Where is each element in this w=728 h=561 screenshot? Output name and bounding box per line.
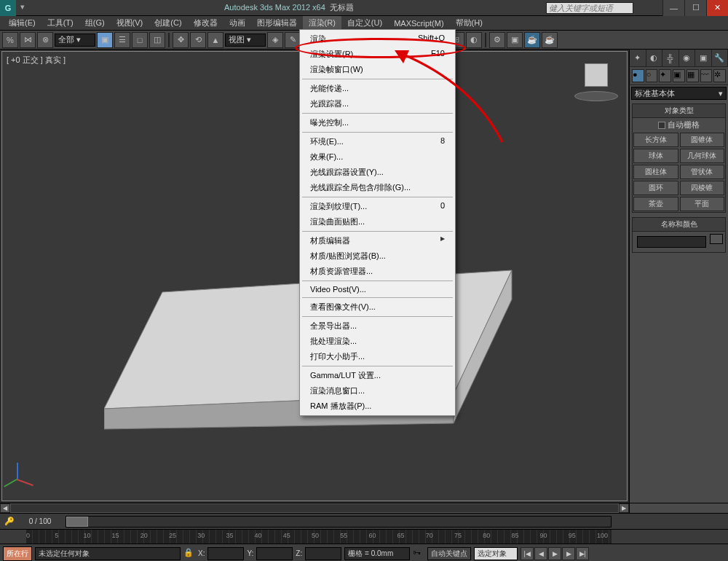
autokey-button[interactable]: 自动关键点	[427, 547, 471, 560]
rollout-header[interactable]: 名称和颜色	[633, 218, 725, 232]
close-button[interactable]: ✕	[706, 0, 728, 16]
menu-item[interactable]: RAM 播放器(P)...	[300, 399, 455, 414]
link-icon[interactable]: %	[2, 32, 18, 48]
menu-item[interactable]: 渲染消息窗口...	[300, 383, 455, 399]
render-setup-icon[interactable]: ⚙	[489, 32, 505, 48]
rollout-header[interactable]: 对象类型	[633, 104, 725, 118]
coord-x[interactable]	[207, 547, 244, 560]
menu-item[interactable]: 环境(E)...8	[300, 134, 455, 149]
menu-item[interactable]: 渲染到纹理(T)...0	[300, 199, 455, 214]
manip-icon[interactable]: ✎	[285, 32, 301, 48]
rotate-icon[interactable]: ⟲	[190, 32, 206, 48]
menu-item[interactable]: 动画	[223, 16, 251, 30]
menu-item[interactable]: Gamma/LUT 设置...	[300, 368, 455, 383]
key-mode-icon[interactable]: 🔑	[4, 517, 15, 526]
menu-item[interactable]: 渲染设置(R)...F10	[300, 47, 455, 62]
menu-item[interactable]: 材质资源管理器...	[300, 264, 455, 279]
pivot-icon[interactable]: ◈	[267, 32, 283, 48]
hierarchy-tab[interactable]: ╬	[662, 50, 679, 66]
minimize-button[interactable]: —	[662, 0, 684, 16]
time-handle[interactable]	[66, 517, 88, 527]
ref-coord[interactable]: 视图 ▾	[225, 34, 266, 47]
scroll-right-icon[interactable]: ▶	[619, 503, 629, 513]
primitive-button[interactable]: 圆柱体	[633, 165, 678, 179]
primitive-button[interactable]: 几何球体	[680, 149, 725, 163]
render-frame-icon[interactable]: ▣	[507, 32, 523, 48]
object-name-input[interactable]	[637, 236, 706, 248]
autogrid-checkbox[interactable]: 自动栅格	[633, 118, 725, 132]
space-warps-icon[interactable]: 〰	[700, 69, 713, 82]
menu-item[interactable]: 修改器	[188, 16, 223, 30]
coord-y[interactable]	[256, 547, 293, 560]
goto-start-icon[interactable]: |◀	[521, 547, 534, 560]
menu-item[interactable]: 渲染曲面贴图...	[300, 214, 455, 230]
lights-icon[interactable]: ✦	[659, 69, 671, 82]
app-logo[interactable]: G	[0, 0, 16, 16]
key-target[interactable]: 选定对象	[474, 547, 518, 560]
menu-item[interactable]: 视图(V)	[111, 16, 149, 30]
bind-icon[interactable]: ⊗	[37, 32, 53, 48]
coord-z[interactable]	[305, 547, 341, 560]
menu-item[interactable]: 光能传递...	[300, 81, 455, 96]
time-slider[interactable]: 🔑 0 / 100	[0, 513, 728, 529]
ruler-marks[interactable]: 0510152025303540455055606570758085909510…	[26, 530, 612, 544]
material-icon[interactable]: ◐	[466, 32, 482, 48]
render-icon[interactable]: ☕	[524, 32, 540, 48]
utilities-tab[interactable]: 🔧	[712, 50, 729, 66]
primitive-button[interactable]: 圆环	[633, 181, 678, 195]
create-tab[interactable]: ✦	[630, 50, 646, 66]
scroll-left-icon[interactable]: ◀	[0, 503, 10, 513]
trackbar-toggle[interactable]	[0, 530, 26, 544]
menu-item[interactable]: 渲染(R)	[303, 16, 341, 30]
lock-selection-icon[interactable]: 🔒	[183, 548, 195, 560]
primitive-button[interactable]: 长方体	[633, 133, 678, 147]
viewport-hscroll[interactable]: ◀ ▶	[0, 503, 728, 513]
helpers-icon[interactable]: ▦	[687, 69, 699, 82]
motion-tab[interactable]: ◉	[679, 50, 696, 66]
menu-item[interactable]: 查看图像文件(V)...	[300, 299, 455, 315]
menu-item[interactable]: 曝光控制...	[300, 115, 455, 130]
primitive-button[interactable]: 平面	[680, 197, 725, 211]
menu-item[interactable]: 材质/贴图浏览器(B)...	[300, 248, 455, 264]
rect-select-icon[interactable]: □	[132, 32, 148, 48]
time-track[interactable]	[66, 516, 612, 527]
menu-item[interactable]: 光线跟踪器设置(Y)...	[300, 165, 455, 180]
menu-item[interactable]: 材质编辑器	[300, 233, 455, 248]
render-production-icon[interactable]: ☕	[542, 32, 558, 48]
qat-icon[interactable]: ▾	[20, 2, 32, 14]
menu-item[interactable]: 光跟踪器...	[300, 96, 455, 111]
menu-item[interactable]: 打印大小助手...	[300, 349, 455, 364]
unlink-icon[interactable]: ⋈	[20, 32, 36, 48]
menu-item[interactable]: 自定义(U)	[341, 16, 388, 30]
next-frame-icon[interactable]: ▶	[562, 547, 575, 560]
menu-item[interactable]: 组(G)	[79, 16, 111, 30]
move-icon[interactable]: ✥	[173, 32, 189, 48]
menu-item[interactable]: 渲染Shift+Q	[300, 31, 455, 47]
selection-filter[interactable]: 全部 ▾	[55, 34, 95, 47]
menu-item[interactable]: Video Post(V)...	[300, 283, 455, 296]
menu-item[interactable]: MAXScript(M)	[388, 17, 449, 29]
primitive-button[interactable]: 管状体	[680, 165, 725, 179]
menu-item[interactable]: 渲染帧窗口(W)	[300, 62, 455, 77]
modify-tab[interactable]: ◐	[646, 50, 663, 66]
menu-item[interactable]: 全景导出器...	[300, 318, 455, 334]
goto-end-icon[interactable]: ▶|	[576, 547, 589, 560]
systems-icon[interactable]: ✲	[713, 69, 726, 82]
menu-item[interactable]: 效果(F)...	[300, 149, 455, 165]
play-icon[interactable]: ▶	[548, 547, 561, 560]
primitive-button[interactable]: 圆锥体	[680, 133, 725, 147]
cameras-icon[interactable]: ▣	[673, 69, 685, 82]
primitive-button[interactable]: 球体	[633, 149, 678, 163]
primitive-button[interactable]: 茶壶	[633, 197, 678, 211]
display-tab[interactable]: ▣	[695, 50, 712, 66]
shapes-icon[interactable]: ○	[646, 69, 658, 82]
help-search-input[interactable]	[546, 2, 633, 14]
prev-frame-icon[interactable]: ◀	[534, 547, 547, 560]
window-crossing-icon[interactable]: ◫	[149, 32, 165, 48]
maximize-button[interactable]: ☐	[684, 0, 706, 16]
key-lock-icon[interactable]: 🗝	[413, 548, 424, 560]
subcategory-dropdown[interactable]: 标准基本体▾	[631, 87, 727, 100]
primitive-button[interactable]: 四棱锥	[680, 181, 725, 195]
menu-item[interactable]: 光线跟踪全局包含/排除(G)...	[300, 180, 455, 195]
menu-item[interactable]: 帮助(H)	[450, 16, 488, 30]
